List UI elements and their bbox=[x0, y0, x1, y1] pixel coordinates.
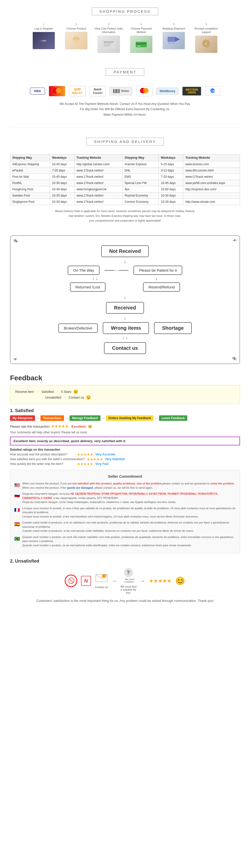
flag-ru: 🇷🇺 bbox=[14, 492, 20, 499]
rating-row-3: How quickly did the seller ship the item… bbox=[10, 462, 240, 466]
unsatisfied-flow-row: Unsatisfied → Contact us 😟 bbox=[15, 395, 235, 400]
table-cell: www.aramex.com bbox=[183, 161, 240, 167]
commitment-title: Seller Commitment bbox=[14, 474, 236, 478]
table-cell: 4px bbox=[122, 186, 159, 192]
nav-arrow-1: → bbox=[36, 416, 39, 420]
shipping-section: SHIPPING AND DELIVERY Shipping Way Weekd… bbox=[0, 130, 250, 230]
table-cell: 10-30 days bbox=[50, 192, 74, 199]
col-patient: Please be Patient for it bbox=[134, 266, 182, 275]
flag-us: 🇺🇸 bbox=[14, 482, 20, 489]
feedback-section: Feedback Receive item → Satisfied → 5 St… bbox=[0, 369, 250, 609]
my-aliexpress-btn[interactable]: My Aliexpress bbox=[10, 415, 35, 421]
flag-es: 🇪🇸 bbox=[14, 521, 20, 528]
commitment-text-2: Lorsque vous recevez le produit, si vous… bbox=[22, 506, 236, 519]
flow-arrow-3: → bbox=[63, 396, 67, 399]
contact-us-box: Contact us bbox=[104, 342, 146, 354]
table-cell: Aramex Express bbox=[122, 161, 159, 167]
shopping-title: SHOPPING PROCESS bbox=[92, 7, 158, 15]
rating-row-2: How satisfied were you with the seller's… bbox=[10, 457, 240, 461]
broken-defective-box: Broken/Defective bbox=[58, 323, 98, 333]
commitment-text-0: When you receive the product, if you are… bbox=[22, 482, 235, 490]
rate-label: Please rate this transaction: bbox=[10, 425, 50, 428]
rating-q-3: How quickly did the seller ship the item… bbox=[10, 462, 75, 466]
table-cell: AliExpress Shipping bbox=[10, 161, 50, 167]
payment-note: We Accept All The Payment Methods Above.… bbox=[10, 101, 240, 118]
table-cell: Special Line-YW bbox=[122, 180, 159, 186]
rating-stars-3: ★★★★★ bbox=[77, 462, 93, 466]
leave-feedback-btn[interactable]: Leave Feedback bbox=[159, 415, 187, 421]
svg-rect-8 bbox=[168, 37, 175, 42]
table-cell: 7-20 days bbox=[159, 174, 183, 180]
alipay-logo: AliPay bbox=[205, 86, 220, 96]
svg-rect-16 bbox=[113, 89, 114, 93]
fc-row-broken: Broken/Defective Wrong items Shortage bbox=[15, 322, 235, 334]
commitment-text-3: Cuando usted recibe el producto, si le n… bbox=[22, 521, 236, 533]
table-row: PostNL10-30 dayswww.17track.net/en/Speci… bbox=[10, 180, 240, 186]
commitment-text-1: Когда вы получаете продукт, если вы НЕ У… bbox=[22, 492, 236, 504]
shortage-box: Shortage bbox=[154, 322, 192, 334]
transactions-btn[interactable]: Transactions bbox=[40, 415, 64, 421]
table-cell: EMS bbox=[122, 174, 159, 180]
flag-fr: 🇫🇷 bbox=[14, 507, 20, 514]
payment-logos: VISA QIWIWALLET ibankTransfer Boleto Web… bbox=[10, 86, 240, 96]
table-cell: 10-30 days bbox=[50, 199, 74, 205]
satisfied-title-text: 1. Satisfied bbox=[10, 408, 34, 413]
col-tracking-2: Tracking Website bbox=[183, 154, 240, 161]
resend-refund-box: Resend/Refund bbox=[143, 282, 180, 292]
table-cell: http://www.sinoair.com bbox=[183, 199, 240, 205]
flowchart-border: ❧ ❧ ❧ ❧ Not Received ↓ On The Way ← Plea… bbox=[10, 235, 240, 364]
received-box: Received bbox=[106, 302, 144, 314]
nav-arrow-2: → bbox=[65, 416, 69, 420]
table-cell: 10-30 days bbox=[50, 180, 74, 186]
manage-feedback-btn[interactable]: Manage Feedback bbox=[70, 415, 100, 421]
table-row: Singleprore Post10-30 dayswww.17track.ne… bbox=[10, 199, 240, 205]
table-cell: 15-60 days bbox=[159, 186, 183, 192]
flow-arrow-2: → bbox=[56, 390, 59, 394]
shipping-table: Shipping Way Weekdays Tracking Website S… bbox=[10, 154, 240, 205]
happy-smiley: 😊 bbox=[73, 389, 78, 394]
svg-rect-7 bbox=[137, 45, 140, 46]
svg-rect-17 bbox=[114, 89, 115, 93]
arrow-down-right: ↓ bbox=[155, 276, 158, 281]
table-cell: http://express.4px.com/ bbox=[183, 186, 240, 192]
orders-awaiting-btn[interactable]: Orders Awaiting My Feedback bbox=[106, 415, 154, 421]
table-row: Sweden Post10-30 dayswww.17track.net/en/… bbox=[10, 192, 240, 199]
detailed-ratings: Detailed ratings on this transaction How… bbox=[10, 448, 240, 466]
not-received-box: Not Received bbox=[101, 245, 149, 257]
table-cell: 3-12 days bbox=[159, 167, 183, 174]
table-cell: www.dhl.com/en.html bbox=[183, 167, 240, 174]
svg-rect-3 bbox=[104, 43, 111, 44]
feedback-title: Feedback bbox=[10, 374, 240, 382]
steps-row: 1 Log In Register Login 2 Choose Product… bbox=[10, 23, 240, 53]
commitment-row-2: 🇫🇷 Lorsque vous recevez le produit, si v… bbox=[14, 506, 236, 519]
table-cell: www.hongkongpost.hk bbox=[74, 186, 122, 192]
qiwi-logo: QIWIWALLET bbox=[69, 86, 86, 96]
step-4: 4 Choose Payment Method bbox=[126, 23, 156, 53]
table-cell: www.17track.net/en/ bbox=[74, 180, 122, 186]
maestro-logo bbox=[49, 86, 65, 96]
step-2-label: Choose Product bbox=[67, 27, 86, 30]
commitment-row-0: 🇺🇸 When you receive the product, if you … bbox=[14, 482, 236, 490]
col-shipping-way-2: Shipping Way bbox=[122, 154, 159, 161]
arrow-down-left: ↓ ↓ bbox=[92, 276, 98, 281]
question-icon: ? We must find a solution for We must fi… bbox=[120, 567, 137, 594]
step-6: 6 Receipt completion support ✓ bbox=[191, 23, 221, 53]
flow-arrow-1: → bbox=[36, 390, 39, 394]
table-cell: PostNL bbox=[10, 180, 50, 186]
arrow-down-5: ↓ ↓ bbox=[15, 335, 235, 340]
fc-row-2: On The Way ← Please be Patient for it bbox=[15, 266, 235, 275]
excellent-quote-box: Excellent item, exactly as described, qu… bbox=[10, 437, 240, 445]
commitment-text-4: Quando você receber o produto, se você n… bbox=[22, 535, 236, 548]
step-1-image: Login bbox=[33, 32, 55, 49]
svg-rect-19 bbox=[116, 89, 117, 93]
fc-row-3: Returned /Lost Resend/Refund bbox=[15, 282, 235, 292]
five-stars-label: 5 Stars bbox=[61, 390, 71, 394]
flag-br: 🇧🇷 bbox=[14, 535, 20, 542]
table-cell: www.17track.net/en/ bbox=[74, 192, 122, 199]
email-icon: → Contact us bbox=[95, 573, 108, 589]
unsat-arrow-2: → bbox=[140, 578, 145, 584]
payment-title: PAYMENT bbox=[106, 68, 144, 76]
table-cell: Sweden Post bbox=[10, 192, 50, 199]
on-the-way-box: On The Way bbox=[68, 266, 100, 275]
no-icon: 🚫 bbox=[65, 575, 77, 587]
